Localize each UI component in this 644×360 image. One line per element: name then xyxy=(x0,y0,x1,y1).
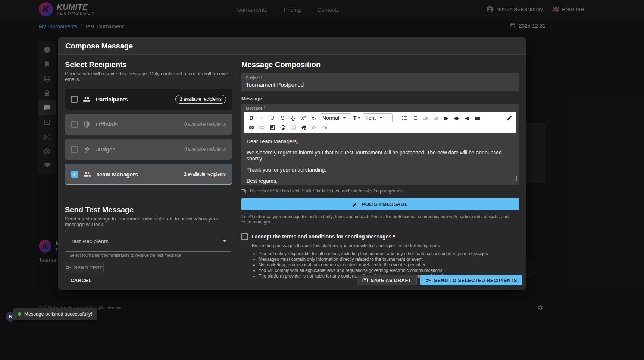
toolbar-row-2 xyxy=(247,123,514,132)
image-icon[interactable] xyxy=(288,123,298,132)
shield-icon xyxy=(83,120,91,128)
recipient-label: Judges xyxy=(96,146,116,153)
composition-column: Message Composition Subject * Tournament… xyxy=(241,55,519,279)
recipients-column: Select Recipients Choose who will receiv… xyxy=(65,55,232,273)
terms-intro: By sending messages through this platfor… xyxy=(252,243,519,248)
message-paragraph: Best regards, xyxy=(247,178,514,184)
subject-value: Tournament Postponed xyxy=(246,81,515,88)
redo-icon[interactable] xyxy=(320,123,329,132)
send-to-recipients-button[interactable]: SEND TO SELECTED RECIPIENTS xyxy=(420,275,522,285)
dialog-title: Compose Message xyxy=(65,42,133,50)
subject-label: Subject * xyxy=(246,76,515,80)
chat-widget-button[interactable]: N xyxy=(6,312,16,322)
align-left-icon[interactable] xyxy=(441,113,451,122)
terms-bullet: Messages must contain only information d… xyxy=(259,257,519,262)
team-managers-checkbox[interactable]: ✓ xyxy=(71,171,78,178)
dialog-header: Compose Message xyxy=(58,37,526,55)
cancel-button[interactable]: CANCEL xyxy=(65,275,97,285)
participants-checkbox[interactable] xyxy=(71,96,78,103)
recipient-card-officials: Officials 0 available recipients xyxy=(65,114,232,135)
ordered-list-icon[interactable] xyxy=(410,113,419,122)
ai-note: Let AI enhance your message for better c… xyxy=(241,214,519,225)
align-justify-icon[interactable] xyxy=(473,113,482,122)
terms-checkbox[interactable] xyxy=(241,233,248,240)
send-icon xyxy=(66,265,71,270)
message-section-label: Message xyxy=(241,96,519,101)
chevron-down-icon xyxy=(379,117,382,119)
recipient-card-judges: Judges 0 available recipients xyxy=(65,139,232,160)
terms-bullet: You are solely responsible for all conte… xyxy=(259,251,519,257)
recipient-label: Team Managers xyxy=(96,171,138,178)
underline-button[interactable]: U xyxy=(268,113,277,122)
recipient-count: 2 available recipients xyxy=(184,172,226,177)
magic-wand-icon xyxy=(352,201,358,207)
recipient-count-badge: 2 available recipients xyxy=(175,95,226,104)
paragraph-style-select[interactable]: Normal xyxy=(320,113,351,122)
superscript-button[interactable]: x² xyxy=(299,113,308,122)
gavel-icon xyxy=(83,145,91,153)
bold-button[interactable]: B xyxy=(247,113,256,122)
group-icon xyxy=(83,96,91,103)
indent-icon[interactable] xyxy=(431,113,440,122)
message-paragraph: We sincerely regret to inform you that o… xyxy=(247,150,514,162)
unlink-icon[interactable] xyxy=(257,123,266,132)
bullet-list-icon[interactable] xyxy=(400,113,409,122)
strikethrough-button[interactable]: S xyxy=(278,113,287,122)
terms-bullet: No marketing, promotional, or commercial… xyxy=(259,262,519,268)
chevron-down-icon xyxy=(343,117,346,119)
font-select[interactable]: Font xyxy=(363,113,393,122)
judges-checkbox xyxy=(71,146,78,153)
terms-row: I accept the terms and conditions for se… xyxy=(241,233,519,240)
align-center-icon[interactable] xyxy=(452,113,461,122)
toolbar-row-1: B I U S {} x² x₂ Normal T Font xyxy=(247,113,514,123)
polish-message-button[interactable]: POLISH MESSAGE xyxy=(241,198,519,210)
page: K KUMITE TECHNOLOGY Tournaments Pricing … xyxy=(0,0,644,360)
code-block-button[interactable]: {} xyxy=(288,113,298,122)
chevron-down-icon xyxy=(358,117,361,119)
send-test-heading: Send Test Message xyxy=(65,206,232,214)
editor-toolbar: B I U S {} x² x₂ Normal T Font xyxy=(244,112,516,133)
success-dot-icon xyxy=(18,312,21,316)
message-field-label: Message * xyxy=(246,106,516,110)
recipient-count: 0 available recipients xyxy=(184,147,226,152)
message-paragraph: Thank you for your understanding. xyxy=(247,167,514,173)
compose-message-dialog: Compose Message Select Recipients Choose… xyxy=(58,37,526,290)
recipient-count: 0 available recipients xyxy=(184,122,226,127)
message-paragraph: Dear Team Managers, xyxy=(247,138,514,144)
officials-checkbox xyxy=(71,121,78,128)
envelope-icon xyxy=(362,278,368,283)
editor-scrollbar[interactable] xyxy=(516,176,517,181)
undo-icon[interactable] xyxy=(309,123,319,132)
test-recipients-select[interactable]: Test Recipients xyxy=(65,231,232,252)
template-icon[interactable] xyxy=(268,123,277,132)
align-right-icon[interactable] xyxy=(462,113,472,122)
success-toast: Message polished successfully! xyxy=(13,308,97,320)
dialog-body: Select Recipients Choose who will receiv… xyxy=(58,55,526,270)
dialog-footer: CANCEL SAVE AS DRAFT SEND TO SELECTED RE… xyxy=(58,270,526,290)
group-icon xyxy=(83,170,91,178)
outdent-icon[interactable] xyxy=(421,113,430,122)
message-editor[interactable]: Message * B I U S {} x² x₂ Normal T xyxy=(241,104,519,185)
formatting-tip: Tip: Use **bold** for bold text, *italic… xyxy=(241,188,519,194)
italic-button[interactable]: I xyxy=(257,113,266,122)
paper-plane-icon xyxy=(425,278,431,283)
test-recipients-value: Test Recipients xyxy=(71,238,109,244)
subscript-button[interactable]: x₂ xyxy=(309,113,319,122)
eraser-icon[interactable] xyxy=(299,123,308,132)
subject-field[interactable]: Subject * Tournament Postponed xyxy=(241,73,519,91)
message-body[interactable]: Dear Team Managers, We sincerely regret … xyxy=(244,133,516,184)
test-recipients-helper: Select tournament administrators to rece… xyxy=(69,253,232,257)
pen-icon[interactable] xyxy=(504,113,514,122)
text-size-button[interactable]: T xyxy=(352,113,362,122)
recipient-group-list: Participants 2 available recipients Offi… xyxy=(65,89,232,185)
chevron-down-icon xyxy=(223,240,226,242)
save-as-draft-button[interactable]: SAVE AS DRAFT xyxy=(357,275,417,285)
recipient-label: Officials xyxy=(96,121,118,128)
recipient-card-participants[interactable]: Participants 2 available recipients xyxy=(65,89,232,110)
select-recipients-heading: Select Recipients xyxy=(65,60,232,69)
emoji-icon[interactable] xyxy=(278,123,287,132)
link-icon[interactable] xyxy=(247,123,256,132)
message-composition-heading: Message Composition xyxy=(241,60,519,69)
recipient-card-team-managers[interactable]: ✓ Team Managers 2 available recipients xyxy=(65,164,232,185)
terms-label: I accept the terms and conditions for se… xyxy=(252,234,395,240)
